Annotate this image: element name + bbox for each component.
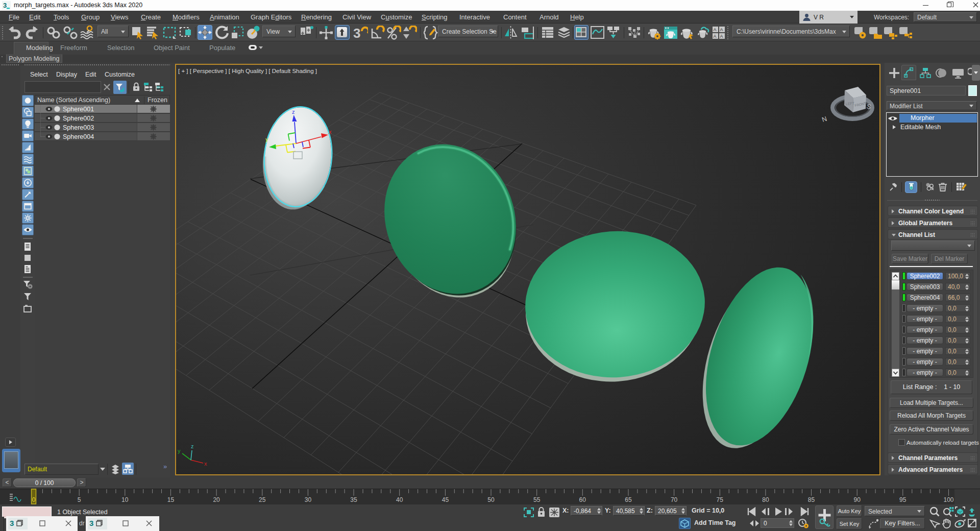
svg-text:20: 20 [213, 496, 220, 503]
svg-text:30: 30 [305, 496, 312, 503]
svg-text:75: 75 [717, 496, 724, 503]
svg-text:85: 85 [808, 496, 815, 503]
svg-text:40: 40 [396, 496, 403, 503]
svg-text:y: y [265, 136, 268, 142]
svg-text:5: 5 [78, 496, 81, 503]
svg-text:65: 65 [625, 496, 632, 503]
svg-text:3: 3 [10, 519, 14, 527]
svg-text:z: z [191, 443, 194, 449]
svg-text:50: 50 [487, 496, 495, 503]
svg-text:A: A [714, 34, 717, 39]
svg-text:25: 25 [259, 496, 266, 503]
svg-text:35: 35 [350, 496, 357, 503]
svg-text:x: x [329, 129, 332, 135]
svg-text:60: 60 [579, 496, 586, 503]
svg-text:55: 55 [533, 496, 541, 503]
svg-text:90: 90 [854, 496, 861, 503]
svg-text:15: 15 [167, 496, 175, 503]
svg-text:A: A [720, 34, 723, 39]
svg-text:3: 3 [353, 26, 360, 40]
svg-text:z: z [292, 109, 295, 115]
svg-text:80: 80 [762, 496, 769, 503]
svg-text:95: 95 [899, 496, 906, 503]
svg-text:A: A [714, 27, 717, 32]
svg-text:A: A [720, 27, 723, 32]
svg-text:x: x [204, 461, 207, 467]
svg-text:10: 10 [121, 496, 129, 503]
svg-text:45: 45 [442, 496, 449, 503]
svg-text:0: 0 [32, 496, 36, 503]
svg-text:y: y [178, 448, 181, 454]
svg-text:3: 3 [89, 519, 93, 527]
svg-text:100: 100 [943, 496, 953, 503]
svg-text:70: 70 [671, 496, 678, 503]
svg-text:3: 3 [3, 2, 7, 9]
